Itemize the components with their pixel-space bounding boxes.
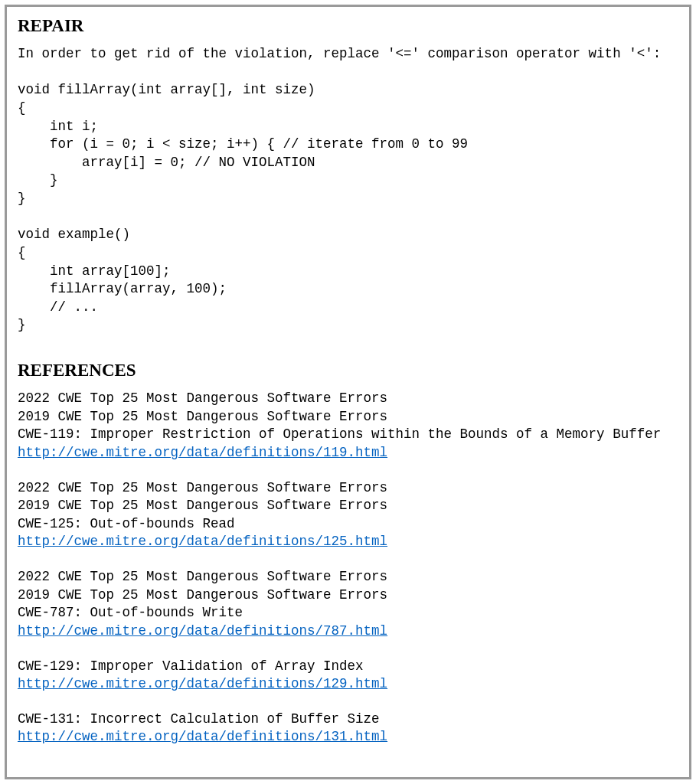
repair-intro: In order to get rid of the violation, re… xyxy=(18,45,678,64)
reference-block: CWE-131: Incorrect Calculation of Buffer… xyxy=(18,710,678,746)
document-frame: REPAIR In order to get rid of the violat… xyxy=(5,5,691,779)
references-heading: REFERENCES xyxy=(18,361,678,381)
reference-link[interactable]: http://cwe.mitre.org/data/definitions/12… xyxy=(18,534,387,549)
reference-line: CWE-787: Out-of-bounds Write xyxy=(18,604,678,622)
reference-block: 2022 CWE Top 25 Most Dangerous Software … xyxy=(18,568,678,641)
blank-line xyxy=(18,64,678,82)
repair-code-block: void fillArray(int array[], int size) { … xyxy=(18,81,678,335)
reference-line: 2019 CWE Top 25 Most Dangerous Software … xyxy=(18,586,678,605)
reference-block: 2022 CWE Top 25 Most Dangerous Software … xyxy=(18,479,678,552)
reference-link[interactable]: http://cwe.mitre.org/data/definitions/11… xyxy=(18,445,387,460)
reference-link[interactable]: http://cwe.mitre.org/data/definitions/12… xyxy=(18,676,387,691)
reference-line: 2019 CWE Top 25 Most Dangerous Software … xyxy=(18,497,678,515)
reference-line: 2019 CWE Top 25 Most Dangerous Software … xyxy=(18,408,678,426)
reference-line: CWE-131: Incorrect Calculation of Buffer… xyxy=(18,710,678,729)
reference-line: 2022 CWE Top 25 Most Dangerous Software … xyxy=(18,479,678,498)
reference-line: CWE-125: Out-of-bounds Read xyxy=(18,515,678,534)
reference-block: CWE-129: Improper Validation of Array In… xyxy=(18,658,678,694)
reference-link[interactable]: http://cwe.mitre.org/data/definitions/78… xyxy=(18,623,387,639)
reference-block: 2022 CWE Top 25 Most Dangerous Software … xyxy=(18,390,678,462)
reference-line: 2022 CWE Top 25 Most Dangerous Software … xyxy=(18,390,678,408)
reference-line: CWE-129: Improper Validation of Array In… xyxy=(18,658,678,676)
repair-heading: REPAIR xyxy=(18,16,678,36)
reference-link[interactable]: http://cwe.mitre.org/data/definitions/13… xyxy=(18,729,387,744)
reference-line: 2022 CWE Top 25 Most Dangerous Software … xyxy=(18,568,678,586)
reference-line: CWE-119: Improper Restriction of Operati… xyxy=(18,426,678,444)
